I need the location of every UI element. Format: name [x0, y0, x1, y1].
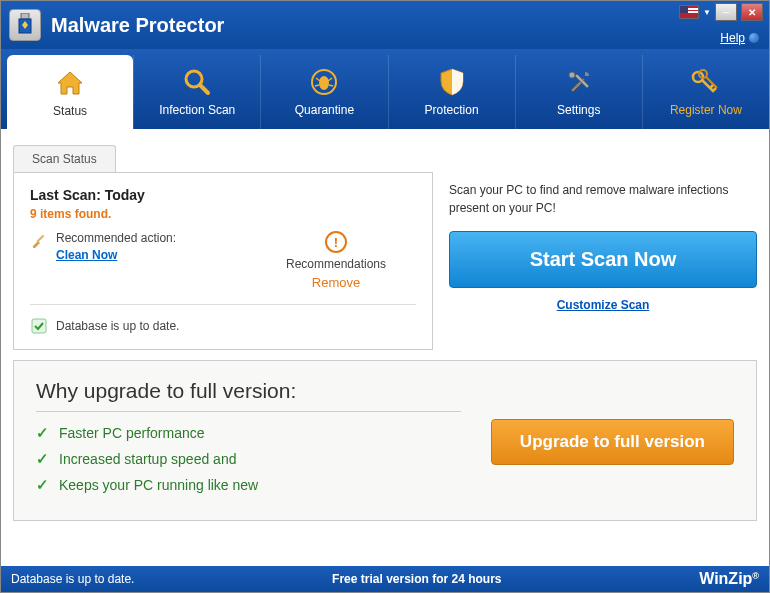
statusbar-db-status: Database is up to date.: [11, 572, 134, 586]
statusbar-brand: WinZip®: [699, 570, 759, 588]
bug-icon: [310, 67, 338, 97]
benefit-item: ✓ Increased startup speed and: [36, 450, 461, 468]
language-flag-icon[interactable]: [679, 5, 699, 19]
benefit-item: ✓ Keeps your PC running like new: [36, 476, 461, 494]
brush-icon: [30, 231, 48, 249]
upgrade-title: Why upgrade to full version:: [36, 379, 461, 412]
tab-label: Quarantine: [295, 103, 354, 117]
svg-line-3: [200, 85, 208, 93]
tab-protection[interactable]: Protection: [388, 55, 515, 129]
keys-icon: [691, 67, 721, 97]
app-logo-icon: [9, 9, 41, 41]
content-area: Scan Status Last Scan: Today 9 items fou…: [1, 129, 769, 566]
shield-icon: [439, 67, 465, 97]
items-found-label: 9 items found.: [30, 207, 416, 221]
help-bullet-icon[interactable]: [749, 33, 759, 43]
svg-rect-13: [36, 235, 44, 243]
database-status-row: Database is up to date.: [30, 317, 416, 335]
benefit-item: ✓ Faster PC performance: [36, 424, 461, 442]
recommendations-block: ! Recommendations Remove: [256, 231, 416, 290]
magnifier-icon: [183, 67, 211, 97]
tab-label: Register Now: [670, 103, 742, 117]
recommended-action-label: Recommended action:: [56, 231, 176, 245]
svg-line-8: [315, 85, 319, 86]
database-ok-icon: [30, 317, 48, 335]
tab-settings[interactable]: Settings: [515, 55, 642, 129]
scan-status-box: Last Scan: Today 9 items found. Recommen…: [13, 172, 433, 350]
benefit-text: Keeps your PC running like new: [59, 477, 258, 493]
app-title: Malware Protector: [51, 14, 224, 37]
alert-icon: !: [325, 231, 347, 253]
action-panel: Scan your PC to find and remove malware …: [449, 145, 757, 350]
registered-mark-icon: ®: [752, 571, 759, 581]
clean-now-link[interactable]: Clean Now: [56, 248, 117, 262]
recommendation-row: Recommended action: Clean Now ! Recommen…: [30, 231, 416, 305]
svg-point-10: [569, 72, 575, 78]
check-icon: ✓: [36, 450, 49, 468]
remove-label: Remove: [256, 275, 416, 290]
top-row: Scan Status Last Scan: Today 9 items fou…: [13, 145, 757, 350]
help-link[interactable]: Help: [720, 31, 745, 45]
scan-status-panel: Scan Status Last Scan: Today 9 items fou…: [13, 145, 433, 350]
benefit-text: Faster PC performance: [59, 425, 205, 441]
tab-label: Settings: [557, 103, 600, 117]
upgrade-button[interactable]: Upgrade to full version: [491, 419, 734, 465]
title-bar: Malware Protector ▼ ─ ✕ Help: [1, 1, 769, 49]
check-icon: ✓: [36, 476, 49, 494]
last-scan-label: Last Scan: Today: [30, 187, 416, 203]
minimize-button[interactable]: ─: [715, 3, 737, 21]
home-icon: [55, 68, 85, 98]
tab-label: Status: [53, 104, 87, 118]
upgrade-box: Why upgrade to full version: ✓ Faster PC…: [13, 360, 757, 521]
svg-line-7: [328, 78, 332, 81]
status-bar: Database is up to date. Free trial versi…: [1, 566, 769, 592]
start-scan-button[interactable]: Start Scan Now: [449, 231, 757, 288]
app-window: Malware Protector ▼ ─ ✕ Help Status Infe…: [0, 0, 770, 593]
check-icon: ✓: [36, 424, 49, 442]
scan-prompt-text: Scan your PC to find and remove malware …: [449, 181, 757, 217]
statusbar-trial-text: Free trial version for 24 hours: [332, 572, 501, 586]
customize-scan-link[interactable]: Customize Scan: [449, 298, 757, 312]
svg-line-6: [316, 78, 320, 81]
benefit-text: Increased startup speed and: [59, 451, 236, 467]
scan-status-tab[interactable]: Scan Status: [13, 145, 116, 172]
svg-rect-14: [32, 319, 46, 333]
database-status-label: Database is up to date.: [56, 319, 179, 333]
tab-label: Infection Scan: [159, 103, 235, 117]
tab-quarantine[interactable]: Quarantine: [260, 55, 387, 129]
tab-label: Protection: [425, 103, 479, 117]
upgrade-left: Why upgrade to full version: ✓ Faster PC…: [36, 379, 461, 502]
tab-bar: Status Infection Scan Quarantine Protect…: [1, 49, 769, 129]
recommendations-title: Recommendations: [256, 257, 416, 271]
tab-infection-scan[interactable]: Infection Scan: [133, 55, 260, 129]
svg-rect-0: [21, 13, 29, 19]
recommended-action-block: Recommended action: Clean Now: [30, 231, 256, 263]
language-dropdown-icon[interactable]: ▼: [703, 8, 711, 17]
window-controls: ▼ ─ ✕: [679, 3, 763, 21]
tab-register-now[interactable]: Register Now: [642, 55, 769, 129]
close-button[interactable]: ✕: [741, 3, 763, 21]
svg-line-9: [329, 85, 333, 86]
help-area: Help: [720, 31, 759, 45]
svg-point-5: [319, 76, 329, 90]
brand-text: WinZip: [699, 570, 752, 588]
tools-icon: [565, 67, 593, 97]
tab-status[interactable]: Status: [7, 55, 133, 130]
